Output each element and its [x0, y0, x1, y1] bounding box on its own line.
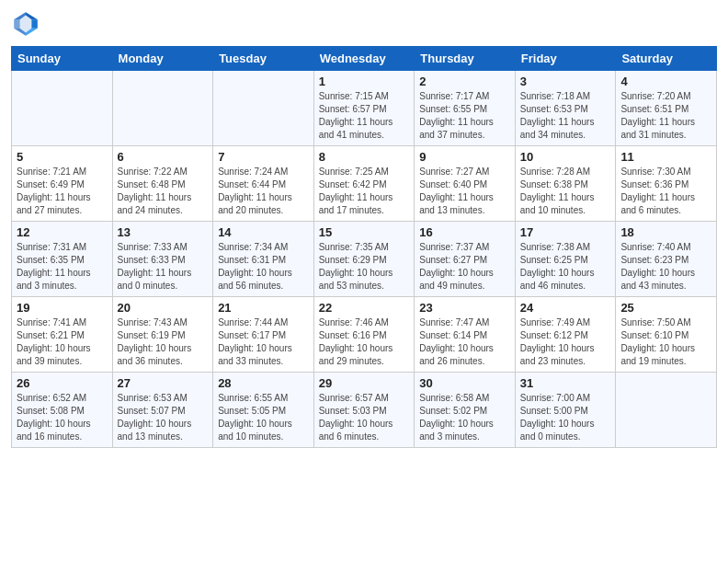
logo [11, 9, 44, 39]
day-number: 11 [620, 150, 711, 164]
day-info: Sunrise: 7:47 AM Sunset: 6:14 PM Dayligh… [419, 316, 510, 368]
calendar-cell: 28Sunrise: 6:55 AM Sunset: 5:05 PM Dayli… [213, 373, 314, 448]
day-info: Sunrise: 7:22 AM Sunset: 6:48 PM Dayligh… [118, 166, 209, 217]
calendar-cell: 11Sunrise: 7:30 AM Sunset: 6:36 PM Dayli… [616, 146, 717, 222]
logo-icon [11, 9, 40, 39]
day-number: 29 [319, 376, 410, 390]
day-number: 15 [319, 225, 410, 239]
day-info: Sunrise: 7:27 AM Sunset: 6:40 PM Dayligh… [419, 166, 510, 217]
day-info: Sunrise: 7:40 AM Sunset: 6:23 PM Dayligh… [620, 241, 711, 293]
calendar-cell: 13Sunrise: 7:33 AM Sunset: 6:33 PM Dayli… [112, 222, 213, 297]
day-info: Sunrise: 7:17 AM Sunset: 6:55 PM Dayligh… [419, 90, 510, 142]
day-number: 17 [520, 225, 611, 239]
day-number: 1 [319, 75, 410, 88]
day-info: Sunrise: 7:33 AM Sunset: 6:33 PM Dayligh… [118, 241, 209, 293]
header-tuesday: Tuesday [213, 47, 314, 71]
day-info: Sunrise: 7:35 AM Sunset: 6:29 PM Dayligh… [319, 241, 410, 293]
calendar-table: SundayMondayTuesdayWednesdayThursdayFrid… [11, 46, 717, 448]
day-number: 16 [419, 225, 510, 239]
day-number: 3 [520, 75, 611, 88]
calendar-cell: 2Sunrise: 7:17 AM Sunset: 6:55 PM Daylig… [415, 71, 516, 146]
day-info: Sunrise: 7:37 AM Sunset: 6:27 PM Dayligh… [419, 241, 510, 293]
day-number: 31 [520, 376, 611, 390]
day-number: 25 [620, 301, 711, 315]
day-number: 12 [17, 225, 108, 239]
day-info: Sunrise: 7:43 AM Sunset: 6:19 PM Dayligh… [118, 316, 209, 368]
calendar-cell: 20Sunrise: 7:43 AM Sunset: 6:19 PM Dayli… [112, 297, 213, 373]
calendar-week-row: 5Sunrise: 7:21 AM Sunset: 6:49 PM Daylig… [12, 146, 717, 222]
day-info: Sunrise: 6:52 AM Sunset: 5:08 PM Dayligh… [17, 392, 108, 443]
day-number: 4 [620, 75, 711, 88]
calendar-cell: 29Sunrise: 6:57 AM Sunset: 5:03 PM Dayli… [313, 373, 415, 448]
day-info: Sunrise: 6:53 AM Sunset: 5:07 PM Dayligh… [118, 392, 209, 443]
day-info: Sunrise: 7:15 AM Sunset: 6:57 PM Dayligh… [319, 90, 410, 142]
day-number: 10 [520, 150, 611, 164]
day-info: Sunrise: 6:57 AM Sunset: 5:03 PM Dayligh… [319, 392, 410, 443]
calendar-cell [12, 71, 113, 146]
day-info: Sunrise: 7:38 AM Sunset: 6:25 PM Dayligh… [520, 241, 611, 293]
calendar-cell: 31Sunrise: 7:00 AM Sunset: 5:00 PM Dayli… [515, 373, 616, 448]
header-sunday: Sunday [12, 47, 113, 71]
day-number: 19 [17, 301, 108, 315]
calendar-week-row: 1Sunrise: 7:15 AM Sunset: 6:57 PM Daylig… [12, 71, 717, 146]
calendar-cell [112, 71, 213, 146]
calendar-header-row: SundayMondayTuesdayWednesdayThursdayFrid… [12, 47, 717, 71]
calendar-cell: 1Sunrise: 7:15 AM Sunset: 6:57 PM Daylig… [313, 71, 415, 146]
day-number: 8 [319, 150, 410, 164]
calendar-cell: 5Sunrise: 7:21 AM Sunset: 6:49 PM Daylig… [12, 146, 113, 222]
calendar-cell [213, 71, 314, 146]
header-wednesday: Wednesday [313, 47, 415, 71]
calendar-cell: 15Sunrise: 7:35 AM Sunset: 6:29 PM Dayli… [313, 222, 415, 297]
day-info: Sunrise: 7:21 AM Sunset: 6:49 PM Dayligh… [17, 166, 108, 217]
calendar-cell: 25Sunrise: 7:50 AM Sunset: 6:10 PM Dayli… [616, 297, 717, 373]
calendar-cell: 23Sunrise: 7:47 AM Sunset: 6:14 PM Dayli… [415, 297, 516, 373]
day-number: 28 [218, 376, 309, 390]
day-info: Sunrise: 7:24 AM Sunset: 6:44 PM Dayligh… [218, 166, 309, 217]
day-info: Sunrise: 7:00 AM Sunset: 5:00 PM Dayligh… [520, 392, 611, 443]
day-info: Sunrise: 7:28 AM Sunset: 6:38 PM Dayligh… [520, 166, 611, 217]
header-friday: Friday [515, 47, 616, 71]
day-info: Sunrise: 7:50 AM Sunset: 6:10 PM Dayligh… [620, 316, 711, 368]
day-number: 13 [118, 225, 209, 239]
day-number: 18 [620, 225, 711, 239]
day-info: Sunrise: 7:25 AM Sunset: 6:42 PM Dayligh… [319, 166, 410, 217]
calendar-cell: 30Sunrise: 6:58 AM Sunset: 5:02 PM Dayli… [415, 373, 516, 448]
day-number: 26 [17, 376, 108, 390]
calendar-week-row: 26Sunrise: 6:52 AM Sunset: 5:08 PM Dayli… [12, 373, 717, 448]
calendar-week-row: 19Sunrise: 7:41 AM Sunset: 6:21 PM Dayli… [12, 297, 717, 373]
day-number: 27 [118, 376, 209, 390]
day-info: Sunrise: 7:44 AM Sunset: 6:17 PM Dayligh… [218, 316, 309, 368]
day-number: 7 [218, 150, 309, 164]
calendar-cell: 16Sunrise: 7:37 AM Sunset: 6:27 PM Dayli… [415, 222, 516, 297]
day-number: 14 [218, 225, 309, 239]
day-info: Sunrise: 7:34 AM Sunset: 6:31 PM Dayligh… [218, 241, 309, 293]
calendar-cell: 27Sunrise: 6:53 AM Sunset: 5:07 PM Dayli… [112, 373, 213, 448]
day-number: 6 [118, 150, 209, 164]
day-info: Sunrise: 7:30 AM Sunset: 6:36 PM Dayligh… [620, 166, 711, 217]
day-info: Sunrise: 7:20 AM Sunset: 6:51 PM Dayligh… [620, 90, 711, 142]
day-number: 20 [118, 301, 209, 315]
calendar-cell: 21Sunrise: 7:44 AM Sunset: 6:17 PM Dayli… [213, 297, 314, 373]
svg-marker-2 [31, 19, 37, 29]
calendar-cell [616, 373, 717, 448]
day-number: 22 [319, 301, 410, 315]
calendar-week-row: 12Sunrise: 7:31 AM Sunset: 6:35 PM Dayli… [12, 222, 717, 297]
calendar-cell: 14Sunrise: 7:34 AM Sunset: 6:31 PM Dayli… [213, 222, 314, 297]
calendar-cell: 9Sunrise: 7:27 AM Sunset: 6:40 PM Daylig… [415, 146, 516, 222]
calendar-cell: 3Sunrise: 7:18 AM Sunset: 6:53 PM Daylig… [515, 71, 616, 146]
day-info: Sunrise: 6:58 AM Sunset: 5:02 PM Dayligh… [419, 392, 510, 443]
day-number: 2 [419, 75, 510, 88]
calendar-cell: 10Sunrise: 7:28 AM Sunset: 6:38 PM Dayli… [515, 146, 616, 222]
calendar-cell: 7Sunrise: 7:24 AM Sunset: 6:44 PM Daylig… [213, 146, 314, 222]
calendar-cell: 18Sunrise: 7:40 AM Sunset: 6:23 PM Dayli… [616, 222, 717, 297]
day-number: 30 [419, 376, 510, 390]
calendar-cell: 22Sunrise: 7:46 AM Sunset: 6:16 PM Dayli… [313, 297, 415, 373]
day-number: 21 [218, 301, 309, 315]
calendar-cell: 4Sunrise: 7:20 AM Sunset: 6:51 PM Daylig… [616, 71, 717, 146]
calendar-cell: 26Sunrise: 6:52 AM Sunset: 5:08 PM Dayli… [12, 373, 113, 448]
day-info: Sunrise: 7:31 AM Sunset: 6:35 PM Dayligh… [17, 241, 108, 293]
day-info: Sunrise: 7:18 AM Sunset: 6:53 PM Dayligh… [520, 90, 611, 142]
page-header [11, 9, 717, 39]
day-number: 9 [419, 150, 510, 164]
day-number: 24 [520, 301, 611, 315]
